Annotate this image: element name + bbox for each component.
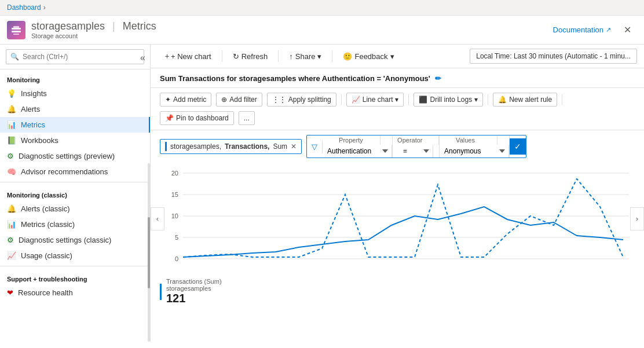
svg-rect-3 [13, 34, 19, 35]
add-metric-icon: ✦ [165, 96, 171, 104]
new-alert-button[interactable]: 🔔 New alert rule [493, 93, 557, 107]
sidebar-search-wrap: 🔍 [0, 45, 150, 69]
sidebar-item-workbooks[interactable]: 📗 Workbooks [0, 133, 150, 148]
sidebar-item-diagnostic-settings[interactable]: ⚙ Diagnostic settings (preview) [0, 148, 150, 164]
metric-tag-close-icon[interactable]: ✕ [291, 142, 297, 151]
alert-rule-icon: 🔔 [498, 96, 507, 104]
breadcrumb-chevron: › [43, 3, 46, 12]
alerts-classic-icon: 🔔 [7, 204, 16, 213]
sidebar-item-insights[interactable]: 💡 Insights [0, 86, 150, 101]
property-select[interactable]: Authentication [323, 145, 392, 157]
drill-icon: ⬛ [419, 96, 427, 104]
more-button[interactable]: ... [239, 111, 255, 125]
legend-resource-label: storagesamples [166, 285, 222, 292]
chart-controls: ✦ Add metric ⊕ Add filter ⋮⋮ Apply split… [151, 88, 644, 130]
sidebar-collapse-button[interactable]: « [140, 53, 145, 63]
feedback-chevron-icon: ▾ [390, 52, 394, 61]
svg-text:5: 5 [175, 234, 178, 241]
search-icon: 🔍 [10, 53, 19, 61]
add-filter-button[interactable]: ⊕ Add filter [216, 93, 262, 107]
sidebar-divider-1 [0, 182, 150, 182]
breadcrumb: Dashboard › [0, 0, 644, 16]
filter-funnel-icon: ▽ [312, 142, 317, 151]
drill-chevron-icon: ▾ [474, 96, 478, 104]
chart-nav-left-button[interactable]: ‹ [151, 207, 164, 230]
filter-property-group: Property Authentication [323, 135, 393, 157]
page-title: storagesamples | Metrics [31, 20, 156, 32]
svg-text:10: 10 [171, 213, 178, 219]
chart-nav-right-button[interactable]: › [630, 207, 644, 230]
svg-text:20: 20 [171, 170, 178, 177]
filter-panel: ▽ Property Authentication Operator = Val… [306, 135, 526, 158]
sidebar-item-diagnostic-classic[interactable]: ⚙ Diagnostic settings (classic) [0, 232, 150, 248]
drill-logs-button[interactable]: ⬛ Drill into Logs ▾ [414, 93, 483, 107]
values-select[interactable]: Anonymous [440, 145, 509, 157]
toolbar: ＋ + New chart ↻ Refresh ↑ Share ▾ 🙂 Feed… [151, 45, 644, 68]
refresh-icon: ↻ [233, 52, 239, 61]
operator-select[interactable]: = [398, 145, 433, 157]
feedback-button[interactable]: 🙂 Feedback ▾ [337, 49, 400, 64]
alerts-icon: 🔔 [7, 105, 16, 113]
usage-classic-icon: 📈 [7, 251, 16, 260]
sidebar-item-advisor[interactable]: 🧠 Advisor recommendations [0, 164, 150, 180]
advisor-icon: 🧠 [7, 167, 16, 176]
filter-values-group: Values Anonymous [440, 135, 510, 157]
pin-icon: 📌 [165, 114, 174, 122]
edit-icon[interactable]: ✏ [435, 74, 441, 83]
apply-splitting-button[interactable]: ⋮⋮ Apply splitting [267, 93, 336, 107]
splitting-icon: ⋮⋮ [272, 96, 286, 104]
new-chart-button[interactable]: ＋ + New chart [158, 48, 217, 64]
diagnostic-icon: ⚙ [7, 152, 14, 160]
resource-health-icon: ❤ [7, 288, 13, 297]
title-bar: storagesamples | Metrics Storage account… [0, 16, 644, 45]
sidebar-item-alerts[interactable]: 🔔 Alerts [0, 101, 150, 117]
sidebar-item-metrics[interactable]: 📊 Metrics [0, 117, 150, 133]
sidebar-item-resource-health[interactable]: ❤ Resource health [0, 285, 150, 301]
sidebar-item-alerts-classic[interactable]: 🔔 Alerts (classic) [0, 201, 150, 217]
toolbar-separator-2 [278, 50, 279, 62]
plus-icon: ＋ [163, 51, 171, 61]
legend-color-bar [160, 284, 162, 300]
svg-rect-0 [12, 28, 21, 30]
chart-line-dashed [183, 179, 623, 257]
share-chevron-icon: ▾ [317, 52, 321, 61]
share-button[interactable]: ↑ Share ▾ [283, 49, 327, 64]
add-filter-icon: ⊕ [221, 96, 227, 104]
sidebar-item-metrics-classic[interactable]: 📊 Metrics (classic) [0, 217, 150, 232]
time-range-button[interactable]: Local Time: Last 30 minutes (Automatic -… [470, 49, 637, 64]
resource-icon [7, 21, 25, 39]
section-monitoring: Monitoring [0, 69, 150, 86]
chart-ctrl-separator-3 [488, 94, 488, 105]
sidebar-item-usage-classic[interactable]: 📈 Usage (classic) [0, 248, 150, 263]
insights-icon: 💡 [7, 89, 16, 98]
legend-series-label: Transactions (Sum) [166, 278, 222, 285]
resource-type: Storage account [31, 32, 156, 39]
values-label: Values [451, 135, 497, 145]
metric-tag-name: storagesamples, [170, 142, 221, 151]
diagnostic-classic-icon: ⚙ [7, 236, 14, 244]
search-input[interactable] [6, 49, 144, 64]
svg-text:15: 15 [171, 191, 178, 198]
chart-ctrl-separator-4 [562, 94, 562, 105]
toolbar-separator-3 [332, 50, 332, 62]
documentation-link[interactable]: Documentation ↗ [553, 25, 611, 34]
add-metric-button[interactable]: ✦ Add metric [160, 93, 211, 107]
close-button[interactable]: ✕ [620, 23, 635, 36]
linechart-chevron-icon: ▾ [395, 96, 398, 104]
refresh-button[interactable]: ↻ Refresh [227, 49, 274, 64]
more-icon: ... [244, 114, 250, 122]
breadcrumb-dashboard[interactable]: Dashboard [7, 3, 41, 12]
svg-rect-1 [12, 31, 21, 32]
line-chart-button[interactable]: 📈 Line chart ▾ [346, 93, 404, 107]
filter-confirm-button[interactable]: ✓ [510, 138, 526, 155]
chart-title-bar: Sum Transactions for storagesamples wher… [151, 68, 644, 88]
share-icon: ↑ [289, 52, 293, 61]
metric-tag[interactable]: storagesamples, Transactions, Sum ✕ [160, 139, 302, 154]
operator-label: Operator [393, 135, 439, 145]
workbooks-icon: 📗 [7, 136, 16, 145]
metric-tag-color [165, 142, 167, 151]
filter-area: storagesamples, Transactions, Sum ✕ ▽ Pr… [151, 130, 644, 163]
pin-dashboard-button[interactable]: 📌 Pin to dashboard [160, 111, 234, 125]
metric-tag-bold: Transactions, [225, 142, 269, 151]
sidebar-scrollbar-track[interactable] [148, 163, 150, 342]
